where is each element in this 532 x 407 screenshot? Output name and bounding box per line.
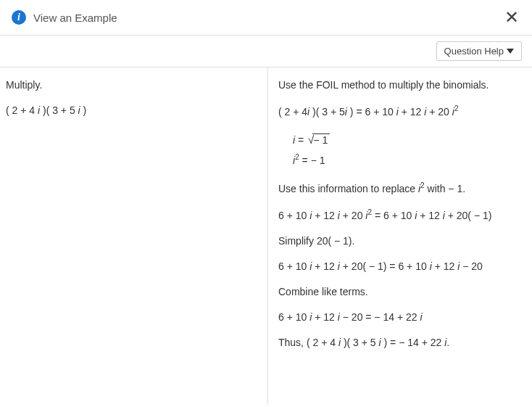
equation: 6 + 10 i + 12 i + 20( − 1) = 6 + 10 i + …	[278, 259, 523, 274]
step-text: Combine like terms.	[278, 284, 523, 300]
dialog-header: i View an Example ✕	[0, 0, 532, 36]
final-answer: Thus, ( 2 + 4 i )( 3 + 5 i ) = − 14 + 22…	[278, 335, 523, 350]
definition-block: i = − 1 i2 = − 1	[278, 130, 523, 170]
step-text: Simplify 20( − 1).	[278, 234, 523, 249]
close-button[interactable]: ✕	[502, 7, 522, 28]
question-expression: ( 2 + 4 i )( 3 + 5 i )	[6, 103, 262, 118]
sqrt-icon: − 1	[307, 130, 330, 151]
definition-i-squared: i2 = − 1	[293, 150, 523, 170]
equation: 6 + 10 i + 12 i + 20 i2 = 6 + 10 i + 12 …	[278, 207, 523, 223]
question-help-button[interactable]: Question Help	[436, 41, 522, 61]
solution-pane: Use the FOIL method to multiply the bino…	[268, 67, 532, 405]
info-icon: i	[12, 10, 26, 25]
question-help-label: Question Help	[444, 46, 504, 57]
definition-i: i = − 1	[293, 130, 523, 151]
question-pane: Multiply. ( 2 + 4 i )( 3 + 5 i )	[0, 67, 268, 405]
content-area: Multiply. ( 2 + 4 i )( 3 + 5 i ) Use the…	[0, 67, 532, 405]
toolbar: Question Help	[0, 36, 532, 67]
step-text: Use this information to replace i2 with …	[278, 180, 523, 197]
equation: 6 + 10 i + 12 i − 20 = − 14 + 22 i	[278, 310, 523, 325]
header-left: i View an Example	[12, 10, 117, 25]
dialog-title: View an Example	[33, 12, 117, 24]
step-text: Use the FOIL method to multiply the bino…	[278, 78, 523, 93]
equation: ( 2 + 4i )( 3 + 5i ) = 6 + 10 i + 12 i +…	[278, 103, 523, 120]
chevron-down-icon	[507, 49, 514, 54]
question-instruction: Multiply.	[6, 78, 262, 93]
